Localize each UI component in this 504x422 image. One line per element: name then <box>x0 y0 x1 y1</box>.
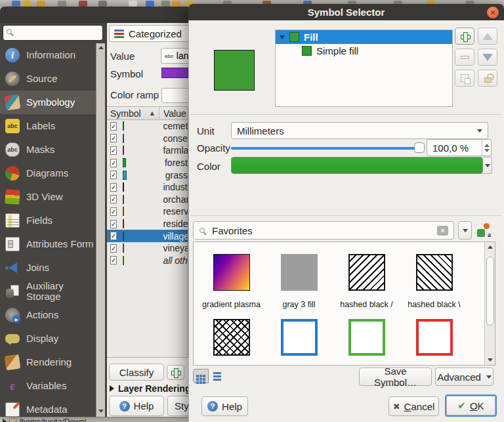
symbol-swatch-button[interactable] <box>161 68 188 78</box>
opacity-slider[interactable] <box>231 145 417 151</box>
symbol-column-header[interactable]: Symbol <box>110 108 141 119</box>
row-checkbox[interactable] <box>110 232 117 240</box>
sidebar-item[interactable]: Symbology <box>0 91 96 114</box>
ok-button[interactable]: ✔ OK <box>445 394 497 417</box>
symbol-item[interactable] <box>265 319 333 365</box>
sidebar-item[interactable]: Metadata <box>0 398 96 417</box>
symbol-thumbnail[interactable] <box>213 319 250 356</box>
duplicate-layer-button[interactable] <box>455 70 474 87</box>
sidebar-item[interactable]: Auxiliary Storage <box>0 280 96 303</box>
save-symbol-button[interactable]: Save Symbol… <box>359 368 432 386</box>
expanded-arrow-icon[interactable] <box>280 35 285 39</box>
row-checkbox[interactable] <box>110 134 117 142</box>
row-color-swatch[interactable] <box>123 182 124 192</box>
table-row[interactable]: conservation <box>107 133 188 145</box>
symbols-scrollbar[interactable] <box>484 242 495 365</box>
symbol-thumbnail[interactable] <box>348 254 385 291</box>
row-checkbox[interactable] <box>110 146 117 155</box>
layer-properties-titlebar[interactable] <box>0 7 188 23</box>
scroll-up-icon[interactable] <box>488 245 493 249</box>
spin-up-icon[interactable] <box>484 144 490 147</box>
lp-style-button[interactable]: Style <box>167 396 188 416</box>
row-color-swatch[interactable] <box>123 158 126 167</box>
sidebar-item[interactable]: Source <box>0 67 96 91</box>
sidebar-item[interactable]: Actions <box>0 303 96 327</box>
row-checkbox[interactable] <box>110 195 117 203</box>
row-color-swatch[interactable] <box>123 134 124 143</box>
lp-help-button[interactable]: ? Help <box>109 396 164 416</box>
symbol-thumbnail[interactable] <box>416 319 453 356</box>
remove-symbol-layer-button[interactable] <box>455 49 474 66</box>
layer-rendering-section[interactable]: Layer Rendering <box>110 383 188 394</box>
table-row[interactable]: reservoir <box>107 205 188 218</box>
value-field[interactable]: abc landuse <box>161 48 188 64</box>
row-color-swatch[interactable] <box>123 219 124 228</box>
categories-table-header[interactable]: Symbol▲ Value <box>107 107 188 120</box>
symbol-item[interactable]: gradient plasma <box>198 254 265 310</box>
style-manager-button[interactable]: a <box>476 222 492 238</box>
symbol-item[interactable]: gray 3 fill <box>265 254 333 310</box>
sidebar-item[interactable]: Joins <box>0 256 96 280</box>
move-down-button[interactable] <box>478 49 497 66</box>
spin-arrows[interactable] <box>482 140 491 156</box>
sidebar-item[interactable]: Diagrams <box>0 161 96 185</box>
renderer-type-combobox[interactable]: Categorized <box>109 25 188 42</box>
search-filter-dropdown[interactable] <box>458 221 472 240</box>
sidebar-item[interactable]: Display <box>0 327 96 350</box>
slider-handle[interactable] <box>414 142 425 153</box>
symbol-item[interactable] <box>400 319 468 365</box>
clear-search-icon[interactable]: ✕ <box>437 226 448 236</box>
sidebar-search-input[interactable] <box>3 25 103 41</box>
unit-combobox[interactable]: Millimeters <box>231 122 488 139</box>
row-color-swatch[interactable] <box>123 121 124 131</box>
sidebar-item[interactable]: Variables <box>0 374 96 398</box>
row-color-swatch[interactable] <box>123 195 124 204</box>
symbol-thumbnail[interactable] <box>281 319 318 356</box>
symbol-selector-titlebar[interactable]: Symbol Selector ✕ <box>188 4 504 20</box>
table-row[interactable]: residential <box>107 218 188 230</box>
table-row[interactable]: forest <box>107 157 188 169</box>
sidebar-item[interactable]: Attributes Form <box>0 232 96 256</box>
color-dropdown-button[interactable] <box>483 157 492 174</box>
symbol-thumbnail[interactable] <box>416 254 453 291</box>
symbol-thumbnail[interactable] <box>281 254 318 291</box>
icon-view-toggle[interactable] <box>193 369 209 383</box>
scroll-down-icon[interactable] <box>98 410 104 413</box>
row-color-swatch[interactable] <box>123 207 124 216</box>
lock-colors-button[interactable] <box>478 70 497 87</box>
table-row[interactable]: orchard <box>107 194 188 206</box>
row-color-swatch[interactable] <box>123 171 126 180</box>
symbol-search-box[interactable]: Favorites ✕ <box>193 221 454 240</box>
symbol-thumbnail[interactable] <box>348 319 385 356</box>
spin-down-icon[interactable] <box>484 149 490 152</box>
cancel-button[interactable]: ✖ Cancel <box>388 396 439 416</box>
browser-path-row[interactable]: /home/tusita/Downl <box>3 417 86 422</box>
help-button[interactable]: ? Help <box>201 396 248 416</box>
color-ramp-button[interactable] <box>161 88 188 103</box>
color-button[interactable] <box>231 157 483 174</box>
advanced-button[interactable]: Advanced <box>435 368 494 386</box>
table-row[interactable]: cemetery <box>107 120 188 133</box>
scroll-down-icon[interactable] <box>488 358 493 362</box>
row-checkbox[interactable] <box>110 159 117 167</box>
classify-button[interactable]: Classify <box>109 364 164 381</box>
sidebar-item[interactable]: Labels <box>0 114 96 138</box>
sidebar-item[interactable]: Masks <box>0 138 96 161</box>
row-checkbox[interactable] <box>110 207 117 216</box>
row-checkbox[interactable] <box>110 183 117 192</box>
table-row[interactable]: vineyard <box>107 242 188 255</box>
table-row[interactable]: farmland <box>107 144 188 157</box>
symbol-item[interactable]: hashed black \ <box>400 254 468 310</box>
add-symbol-layer-button[interactable] <box>455 28 474 45</box>
row-color-swatch[interactable] <box>123 232 124 241</box>
add-category-button[interactable] <box>167 365 184 380</box>
symbol-thumbnail[interactable] <box>213 254 250 291</box>
close-icon[interactable]: ✕ <box>487 7 499 18</box>
row-color-swatch[interactable] <box>123 256 124 265</box>
row-checkbox[interactable] <box>110 220 117 228</box>
sidebar-item[interactable]: Rendering <box>0 350 96 374</box>
scroll-up-icon[interactable] <box>98 46 104 49</box>
sidebar-item[interactable]: Information <box>0 43 96 67</box>
scrollbar-thumb[interactable] <box>486 257 494 326</box>
symbol-item[interactable] <box>198 319 265 365</box>
